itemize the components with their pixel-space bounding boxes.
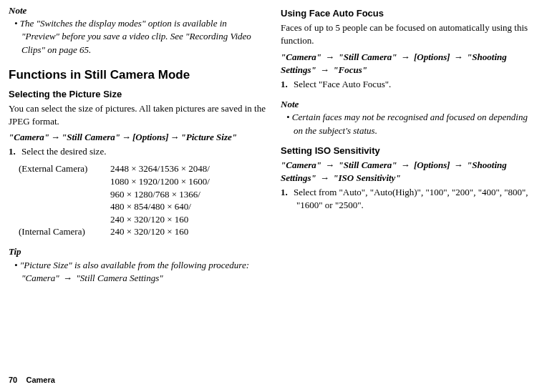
size-value: 960 × 1280/768 × 1366/ — [110, 188, 210, 201]
step-text: Select "Face Auto Focus". — [294, 79, 391, 89]
arrow-icon: → — [120, 132, 132, 142]
page-number: 70 — [9, 376, 17, 384]
subheading-iso: Setting ISO Sensitivity — [281, 144, 538, 157]
section-heading: Functions in Still Camera Mode — [9, 67, 266, 84]
arrow-icon: → — [49, 132, 62, 142]
external-camera-row: (External Camera) 2448 × 3264/1536 × 204… — [19, 162, 266, 225]
arrow-icon: → — [169, 132, 181, 142]
note-body: • The "Switches the display modes" optio… — [9, 17, 266, 57]
path-seg: "Focus" — [333, 64, 367, 75]
step-1-focus: 1.Select "Face Auto Focus". — [281, 78, 538, 91]
subheading-picture-size: Selecting the Picture Size — [9, 88, 266, 101]
internal-camera-label: (Internal Camera) — [19, 225, 110, 238]
path-seg: "Camera" — [281, 160, 321, 170]
arrow-icon: → — [319, 64, 331, 75]
step-text: Select the desired size. — [21, 146, 106, 157]
path-seg: "Still Camera" — [339, 52, 397, 62]
step-1: 1.Select the desired size. — [9, 145, 266, 158]
footer-section: Camera — [26, 376, 54, 384]
size-value: 240 × 320/120 × 160 — [110, 225, 188, 238]
tip-path: "Camera" → "Still Camera Settings" — [9, 272, 266, 285]
arrow-icon: → — [400, 52, 412, 62]
arrow-icon: → — [324, 160, 336, 170]
face-auto-focus-body: Faces of up to 5 people can be focused o… — [281, 21, 538, 47]
nav-path-iso: "Camera" → "Still Camera" → [Options] → … — [281, 159, 538, 185]
step-number: 1. — [281, 186, 294, 199]
size-value: 1080 × 1920/1200 × 1600/ — [110, 175, 210, 188]
arrow-icon: → — [62, 273, 74, 283]
path-seg: "Camera" — [21, 273, 59, 283]
note-body-2: • Certain faces may not be recognised an… — [281, 111, 538, 137]
subheading-face-auto-focus: Using Face Auto Focus — [281, 7, 538, 20]
path-seg: "Still Camera" — [339, 160, 397, 170]
arrow-icon: → — [319, 172, 331, 183]
step-text: Select from "Auto", "Auto(High)", "100",… — [294, 187, 528, 210]
path-seg: [Options] — [132, 132, 169, 142]
step-1-iso: 1.Select from "Auto", "Auto(High)", "100… — [281, 186, 538, 212]
internal-camera-values: 240 × 320/120 × 160 — [110, 225, 188, 238]
step-number: 1. — [281, 78, 294, 91]
path-seg: [Options] — [414, 52, 450, 62]
arrow-icon: → — [324, 52, 336, 62]
note-text-2: Certain faces may not be recognised and … — [292, 112, 528, 135]
page-content: Note • The "Switches the display modes" … — [0, 0, 547, 372]
arrow-icon: → — [400, 160, 412, 170]
external-camera-values: 2448 × 3264/1536 × 2048/ 1080 × 1920/120… — [110, 162, 210, 225]
right-column: Using Face Auto Focus Faces of up to 5 p… — [281, 4, 538, 372]
internal-camera-row: (Internal Camera) 240 × 320/120 × 160 — [19, 225, 266, 238]
path-seg: "Still Camera" — [62, 132, 120, 142]
external-camera-label: (External Camera) — [19, 162, 110, 225]
note-label-2: Note — [281, 98, 538, 111]
tip-body: • "Picture Size" is also available from … — [9, 259, 266, 272]
tip-label: Tip — [9, 245, 266, 258]
picture-size-body: You can select the size of pictures. All… — [9, 102, 266, 128]
size-value: 2448 × 3264/1536 × 2048/ — [110, 162, 210, 175]
arrow-icon: → — [452, 52, 465, 62]
sizes-table: (External Camera) 2448 × 3264/1536 × 204… — [19, 162, 266, 238]
left-column: Note • The "Switches the display modes" … — [9, 4, 266, 372]
size-value: 480 × 854/480 × 640/ — [110, 200, 210, 213]
tip-text: "Picture Size" is also available from th… — [20, 260, 249, 270]
size-value: 240 × 320/120 × 160 — [110, 213, 210, 226]
path-seg: "Picture Size" — [181, 132, 237, 142]
arrow-icon: → — [452, 160, 465, 170]
nav-path-focus: "Camera" → "Still Camera" → [Options] → … — [281, 51, 538, 77]
note-label: Note — [9, 4, 266, 17]
step-number: 1. — [9, 145, 21, 158]
path-seg: "Camera" — [281, 52, 321, 62]
path-seg: [Options] — [414, 160, 450, 170]
path-seg: "Camera" — [9, 132, 49, 142]
path-seg: "Still Camera Settings" — [76, 273, 163, 283]
note-text: The "Switches the display modes" option … — [20, 18, 251, 54]
path-seg: "ISO Sensitivity" — [333, 172, 400, 183]
page-footer: 70 Camera — [0, 372, 547, 386]
nav-path-picture-size: "Camera"→"Still Camera"→[Options]→"Pictu… — [9, 131, 266, 144]
